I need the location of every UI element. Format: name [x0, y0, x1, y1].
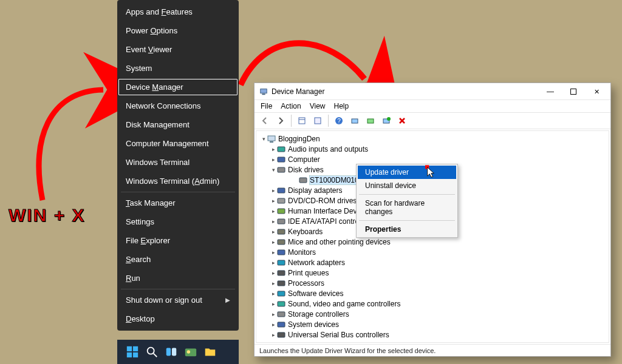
winx-item-system[interactable]: System — [117, 59, 239, 78]
winx-item-desktop[interactable]: Desktop — [117, 309, 239, 328]
winx-item-windows-terminal[interactable]: Windows Terminal — [117, 153, 239, 172]
winx-item-label: File Explorer — [126, 236, 170, 245]
expand-icon[interactable]: ▸ — [270, 291, 277, 297]
svg-rect-10 — [261, 89, 267, 93]
menu-view[interactable]: View — [310, 102, 326, 110]
expand-icon[interactable]: ▸ — [270, 301, 277, 307]
back-button[interactable] — [258, 114, 272, 127]
winx-item-search[interactable]: Search — [117, 250, 239, 269]
search-icon[interactable] — [145, 345, 159, 359]
winx-item-label: Computer Management — [126, 139, 209, 148]
tree-node[interactable]: ▸Audio inputs and outputs — [258, 144, 606, 154]
device-category-icon — [277, 300, 285, 308]
expand-icon[interactable]: ▸ — [270, 157, 277, 163]
collapse-icon[interactable]: ▾ — [270, 167, 277, 173]
properties-button[interactable] — [311, 114, 324, 127]
add-legacy-button[interactable] — [380, 114, 393, 127]
tree-node[interactable]: ▸Computer — [258, 154, 606, 164]
tree-node-label: System devices — [288, 320, 339, 329]
winx-item-event-viewer[interactable]: Event Viewer — [117, 40, 239, 59]
expand-icon[interactable]: ▸ — [270, 229, 277, 235]
scan-button[interactable] — [348, 114, 361, 127]
pinned-app-icon[interactable] — [184, 345, 197, 359]
ctx-separator — [359, 220, 455, 221]
tree-node[interactable]: ▸Sound, video and game controllers — [258, 298, 606, 309]
tree-root[interactable]: ▾ BloggingDen — [258, 133, 606, 144]
device-category-icon — [277, 155, 285, 164]
menu-action[interactable]: Action — [281, 102, 301, 110]
tree-node[interactable]: ▸Universal Serial Bus controllers — [258, 329, 606, 340]
tree-node[interactable]: ▸Storage controllers — [258, 309, 606, 319]
device-tree[interactable]: ▾ BloggingDen ▸Audio inputs and outputs▸… — [256, 130, 609, 343]
tree-node[interactable]: ▸Processors — [258, 278, 606, 288]
expand-icon[interactable]: ▸ — [270, 260, 277, 266]
start-button[interactable] — [126, 345, 139, 359]
uninstall-button[interactable] — [395, 114, 409, 127]
ctx-separator — [359, 194, 455, 195]
expand-icon[interactable]: ▸ — [270, 146, 277, 152]
winx-item-power-options[interactable]: Power Options — [117, 21, 239, 40]
winx-item-shut-down-or-sign-out[interactable]: Shut down or sign out▶ — [117, 291, 239, 309]
winx-item-label: Windows Terminal — [126, 158, 190, 167]
tree-node-label: Keyboards — [288, 228, 323, 236]
winx-item-label: Network Connections — [126, 101, 201, 110]
svg-rect-31 — [278, 229, 285, 234]
winx-item-disk-management[interactable]: Disk Management — [117, 115, 239, 134]
winx-item-task-manager[interactable]: Task Manager — [117, 194, 239, 212]
menu-help[interactable]: Help — [334, 102, 349, 110]
expand-icon[interactable]: ▸ — [270, 270, 277, 276]
ctx-properties[interactable]: Properties — [358, 223, 456, 236]
svg-rect-24 — [278, 157, 285, 162]
winx-item-label: Power Options — [126, 26, 177, 35]
svg-rect-11 — [262, 93, 265, 95]
expand-icon[interactable]: ▸ — [270, 198, 277, 204]
winx-item-computer-management[interactable]: Computer Management — [117, 134, 239, 153]
ctx-uninstall[interactable]: Uninstall device — [358, 179, 456, 192]
svg-rect-21 — [268, 136, 275, 141]
winx-item-device-manager[interactable]: Device Manager — [117, 78, 239, 96]
menu-file[interactable]: File — [261, 102, 272, 110]
minimize-button[interactable]: — — [539, 84, 562, 99]
cursor-icon — [425, 165, 436, 178]
svg-rect-22 — [270, 141, 273, 143]
expand-icon[interactable]: ▸ — [270, 322, 277, 328]
winx-item-label: Windows Terminal (Admin) — [126, 177, 219, 186]
svg-rect-2 — [127, 352, 132, 357]
expand-icon[interactable]: ▸ — [270, 208, 277, 214]
winx-item-settings[interactable]: Settings — [117, 212, 239, 231]
menubar: File Action View Help — [255, 100, 610, 112]
expand-icon[interactable]: ▸ — [270, 332, 277, 338]
winx-item-network-connections[interactable]: Network Connections — [117, 96, 239, 115]
svg-rect-32 — [278, 240, 285, 244]
winx-item-windows-terminal-admin-[interactable]: Windows Terminal (Admin) — [117, 172, 239, 190]
close-button[interactable] — [585, 84, 608, 99]
svg-rect-26 — [299, 178, 307, 183]
task-view-icon[interactable] — [165, 345, 178, 359]
ctx-update-driver[interactable]: Update driver — [358, 166, 456, 179]
tree-node[interactable]: ▸Software devices — [258, 288, 606, 298]
tree-node[interactable]: ▸Print queues — [258, 268, 606, 278]
expand-icon[interactable]: ▸ — [270, 239, 277, 245]
tree-node[interactable]: ▸System devices — [258, 319, 606, 329]
collapse-icon[interactable]: ▾ — [260, 136, 267, 142]
tree-node[interactable]: ▸Network adapters — [258, 257, 606, 268]
file-explorer-icon[interactable] — [203, 345, 217, 359]
ctx-scan[interactable]: Scan for hardware changes — [358, 197, 456, 218]
svg-rect-1 — [133, 346, 138, 351]
tree-node[interactable]: ▸Mice and other pointing devices — [258, 237, 606, 247]
svg-rect-23 — [278, 147, 285, 152]
winx-item-apps-and-features[interactable]: Apps and Features — [117, 2, 239, 21]
maximize-button[interactable] — [562, 84, 585, 99]
expand-icon[interactable]: ▸ — [270, 187, 277, 194]
show-hidden-button[interactable] — [295, 114, 309, 127]
tree-node[interactable]: ▸Monitors — [258, 247, 606, 257]
help-button[interactable]: ? — [332, 114, 346, 127]
expand-icon[interactable]: ▸ — [270, 311, 277, 317]
forward-button[interactable] — [274, 114, 287, 127]
expand-icon[interactable]: ▸ — [270, 218, 277, 224]
winx-item-file-explorer[interactable]: File Explorer — [117, 231, 239, 250]
expand-icon[interactable]: ▸ — [270, 280, 277, 286]
winx-item-run[interactable]: Run — [117, 269, 239, 288]
update-driver-button[interactable] — [364, 114, 377, 127]
expand-icon[interactable]: ▸ — [270, 249, 277, 255]
